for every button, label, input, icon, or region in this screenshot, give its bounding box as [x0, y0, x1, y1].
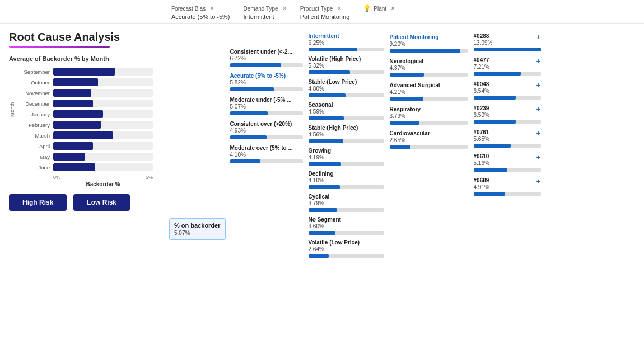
node-box[interactable]: Accurate (5% to -5%) 5.82% [230, 73, 303, 91]
bar-fill [53, 142, 93, 150]
node-label: Intermittent [309, 33, 384, 40]
node-box[interactable]: Consistent over (>20%) 4.93% [230, 121, 303, 139]
axis-ticks: 0% 5% [53, 175, 153, 180]
plus-icon[interactable]: + [536, 105, 540, 113]
bar-row: May [16, 153, 153, 161]
node-box[interactable]: Volatile (High Price) 5.32% [309, 56, 384, 74]
node-bar-track [309, 162, 384, 166]
product-type-close[interactable]: × [337, 4, 341, 12]
node-bar-fill [309, 208, 337, 212]
node-label: Consistent over (>20%) [230, 121, 303, 128]
filter-plant[interactable]: 💡 Plant × [363, 4, 395, 13]
node-box[interactable]: Patient Monitoring 9.20% [390, 34, 468, 53]
bar-track [53, 110, 153, 118]
node-box[interactable]: #0288 13.09% + [474, 33, 541, 51]
node-pct: 5.32% [309, 63, 384, 69]
node-box[interactable]: Seasonal 4.59% [309, 102, 384, 120]
plant-close[interactable]: × [391, 4, 395, 12]
bar-month-label: May [16, 154, 50, 160]
node-pct: 5.07% [230, 103, 303, 110]
node-box[interactable]: Advanced Surgical 4.21% [390, 82, 468, 101]
high-risk-button[interactable]: High Risk [9, 194, 67, 211]
node-bar-track [309, 185, 384, 189]
node-bar-track [309, 208, 384, 212]
node-box[interactable]: Moderate over (5% to ... 4.10% [230, 145, 303, 163]
node-label: Stable (High Price) [309, 125, 384, 131]
node-bar-track [309, 231, 384, 235]
node-box[interactable]: #0477 7.21% + [474, 57, 541, 76]
bar-month-label: October [16, 79, 50, 86]
bar-month-label: January [16, 111, 50, 117]
forecast-bias-value: Accurate (5% to -5%) [171, 13, 230, 20]
node-box[interactable]: Volatile (Low Price) 2.64% [309, 239, 384, 258]
node-bar-fill [474, 48, 541, 51]
bar-fill [53, 110, 103, 118]
node-label: Growing [309, 148, 384, 154]
plus-icon[interactable]: + [536, 81, 540, 89]
node-pct: 5.16% [474, 160, 489, 166]
node-bar-fill [309, 139, 343, 143]
node-box[interactable]: Neurological 4.37% [390, 58, 468, 77]
node-box[interactable]: #0689 4.91% + [474, 177, 541, 196]
node-label: Cardiovascular [390, 130, 468, 137]
node-box[interactable]: #0610 5.16% + [474, 153, 541, 172]
node-box[interactable]: #0048 6.54% + [474, 81, 541, 100]
node-bar-fill [309, 185, 340, 189]
node-pct: 9.20% [390, 41, 468, 47]
node-box[interactable]: No Segment 3.60% [309, 216, 384, 235]
node-pct: 2.64% [309, 246, 384, 252]
node-box[interactable]: Cyclical 3.79% [309, 194, 384, 212]
node-box[interactable]: #0761 5.65% + [474, 129, 541, 148]
bar-track [53, 131, 153, 139]
node-box[interactable]: Cardiovascular 2.65% [390, 130, 468, 149]
root-column: % on backorder 5.07% [169, 32, 230, 352]
node-label: #0689 [474, 177, 489, 184]
node-box[interactable]: Moderate under (-5% ... 5.07% [230, 97, 303, 115]
node-bar-track [390, 73, 468, 77]
node-pct: 6.54% [474, 88, 489, 94]
node-label: Moderate under (-5% ... [230, 97, 303, 103]
col2: Intermittent 6.25% Volatile (High Price)… [309, 32, 390, 261]
filter-demand-type[interactable]: Demand Type × Intermittent [244, 4, 287, 20]
node-box[interactable]: Consistent under (<-2... 6.72% [230, 49, 303, 67]
plus-icon[interactable]: + [536, 153, 540, 161]
filter-product-type[interactable]: Product Type × Patient Monitoring [300, 4, 350, 20]
low-risk-button[interactable]: Low Risk [73, 194, 130, 211]
bar-row: September [16, 68, 153, 76]
node-box[interactable]: Stable (High Price) 4.56% [309, 125, 384, 143]
node-label: #0610 [474, 153, 489, 160]
node-label: Consistent under (<-2... [230, 49, 303, 55]
col4: #0288 13.09% + #0477 7.21% + [474, 32, 547, 199]
node-label: Volatile (Low Price) [309, 239, 384, 246]
node-bar-fill [230, 63, 281, 67]
node-box[interactable]: Growing 4.19% [309, 148, 384, 166]
node-box[interactable]: Declining 4.10% [309, 171, 384, 189]
demand-type-close[interactable]: × [283, 4, 287, 12]
node-bar-track [230, 135, 303, 139]
bar-row: February [16, 121, 153, 129]
demand-type-label: Demand Type [244, 6, 278, 12]
node-bar-fill [230, 159, 261, 163]
plus-icon[interactable]: + [536, 177, 540, 185]
node-pct: 2.65% [390, 137, 468, 143]
node-box[interactable]: Intermittent 6.25% [309, 33, 384, 51]
node-pct: 3.79% [390, 113, 468, 119]
filter-forecast-bias[interactable]: Forecast Bias × Accurate (5% to -5%) [171, 4, 230, 20]
node-bar-track [474, 192, 541, 196]
forecast-bias-close[interactable]: × [210, 4, 214, 12]
node-box[interactable]: #0239 6.50% + [474, 105, 541, 124]
plus-icon[interactable]: + [536, 33, 540, 41]
node-pct: 4.59% [309, 109, 384, 115]
node-box[interactable]: Respiratory 3.79% [390, 106, 468, 125]
plus-icon[interactable]: + [536, 57, 540, 65]
demand-type-value: Intermittent [244, 13, 287, 20]
node-pct: 4.21% [390, 89, 468, 95]
plus-icon[interactable]: + [536, 129, 540, 137]
bar-track [53, 100, 153, 107]
node-pct: 4.10% [309, 177, 384, 183]
node-bar-fill [390, 97, 423, 101]
node-bar-track [390, 49, 468, 53]
node-box[interactable]: Stable (Low Price) 4.80% [309, 79, 384, 97]
node-bar-fill [390, 73, 424, 77]
node-bar-track [390, 121, 468, 125]
